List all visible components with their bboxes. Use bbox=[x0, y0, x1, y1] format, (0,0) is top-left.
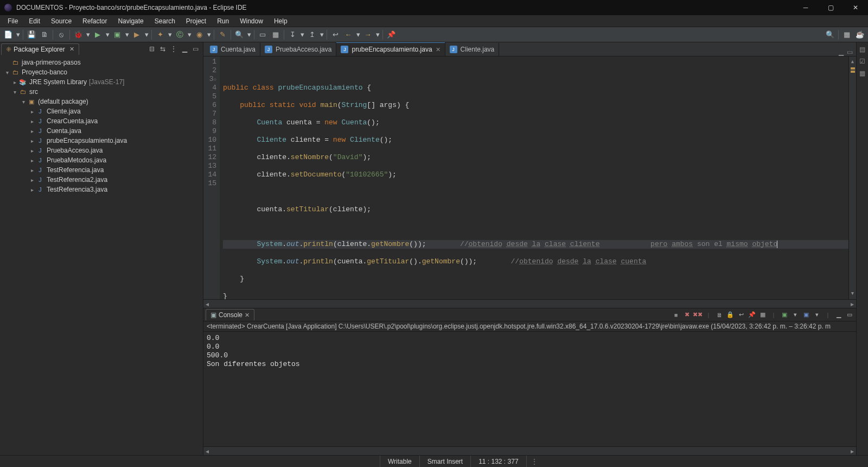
file-pruebaacceso[interactable]: ▸ J PruebaAcceso.java bbox=[0, 146, 203, 155]
menu-search[interactable]: Search bbox=[149, 16, 181, 26]
scroll-down-icon[interactable]: ▾ bbox=[851, 289, 855, 298]
tab-prubeencapsulamiento[interactable]: J prubeEncapsulamiento.java ✕ bbox=[336, 42, 445, 56]
file-testreferencia3[interactable]: ▸ J TestReferencia3.java bbox=[0, 185, 203, 194]
coverage-icon[interactable]: ▣ bbox=[111, 29, 123, 41]
java-perspective-icon[interactable]: ☕ bbox=[854, 29, 866, 41]
menu-run[interactable]: Run bbox=[212, 16, 234, 26]
last-edit-icon[interactable]: ↩ bbox=[329, 29, 341, 41]
minimize-editor-icon[interactable]: ▁ bbox=[839, 48, 844, 56]
chevron-down-icon[interactable]: ▾ bbox=[791, 311, 800, 319]
new-class-icon[interactable]: Ⓒ bbox=[174, 29, 186, 41]
link-editor-icon[interactable]: ⇆ bbox=[158, 45, 167, 53]
file-prubeencapsulamiento[interactable]: ▸ J prubeEncapsulamiento.java bbox=[0, 136, 203, 146]
chevron-down-icon[interactable]: ▾ bbox=[124, 29, 130, 41]
scroll-lock-icon[interactable]: 🔒 bbox=[726, 311, 735, 319]
word-wrap-icon[interactable]: ↩ bbox=[737, 311, 745, 319]
chevron-down-icon[interactable]: ▾ bbox=[813, 311, 821, 319]
new-type-icon[interactable]: ◉ bbox=[193, 29, 205, 41]
chevron-down-icon[interactable]: ▾ bbox=[375, 29, 380, 41]
pin-editor-icon[interactable]: 📌 bbox=[385, 29, 397, 41]
maximize-button[interactable]: ▢ bbox=[818, 0, 843, 15]
chevron-down-icon[interactable]: ▾ bbox=[355, 29, 361, 41]
search-icon[interactable]: 🔍 bbox=[233, 29, 245, 41]
next-annotation-icon[interactable]: ↧ bbox=[286, 29, 298, 41]
chevron-down-icon[interactable]: ▾ bbox=[85, 29, 91, 41]
tab-cliente[interactable]: J Cliente.java bbox=[445, 43, 500, 56]
menu-source[interactable]: Source bbox=[46, 16, 77, 26]
remove-all-icon[interactable]: ✖✖ bbox=[693, 311, 702, 319]
file-testreferencia[interactable]: ▸ J TestReferencia.java bbox=[0, 165, 203, 175]
chevron-down-icon[interactable]: ▾ bbox=[15, 29, 21, 41]
other-view-icon[interactable]: ▦ bbox=[859, 70, 865, 77]
close-icon[interactable]: ✕ bbox=[69, 46, 74, 53]
chevron-down-icon[interactable]: ▾ bbox=[144, 29, 149, 41]
chevron-down-icon[interactable]: ▾ bbox=[206, 29, 212, 41]
jre-system-library[interactable]: ▸ 📚 JRE System Library [JavaSE-17] bbox=[0, 77, 203, 87]
chevron-down-icon[interactable]: ▾ bbox=[246, 29, 252, 41]
forward-icon[interactable]: → bbox=[362, 29, 374, 41]
maximize-view-icon[interactable]: ▭ bbox=[845, 311, 854, 319]
warning-marker[interactable] bbox=[851, 71, 855, 73]
scroll-right-icon[interactable]: ▸ bbox=[851, 447, 854, 455]
editor-horizontal-scrollbar[interactable]: ◂ ▸ bbox=[203, 299, 856, 308]
scroll-left-icon[interactable]: ◂ bbox=[206, 300, 209, 308]
minimize-button[interactable]: ─ bbox=[793, 0, 818, 15]
new-icon[interactable]: 📄 bbox=[2, 29, 14, 41]
tab-cuenta[interactable]: J Cuenta.java bbox=[206, 43, 260, 56]
skip-breakpoints-icon[interactable]: ⦸ bbox=[55, 29, 67, 41]
warning-marker[interactable] bbox=[851, 67, 855, 70]
view-menu-icon[interactable]: ⋮ bbox=[169, 45, 178, 53]
quick-access-icon[interactable]: 🔍 bbox=[824, 29, 836, 41]
clear-console-icon[interactable]: 🗎 bbox=[715, 311, 724, 319]
menu-edit[interactable]: Edit bbox=[23, 16, 46, 26]
prev-annotation-icon[interactable]: ↥ bbox=[306, 29, 318, 41]
chevron-down-icon[interactable]: ▾ bbox=[319, 29, 324, 41]
display-selected-icon[interactable]: ▦ bbox=[758, 311, 767, 319]
chevron-down-icon[interactable]: ▾ bbox=[167, 29, 173, 41]
chevron-down-icon[interactable]: ▾ bbox=[299, 29, 305, 41]
remove-launch-icon[interactable]: ✖ bbox=[682, 311, 691, 319]
open-type-icon[interactable]: ✎ bbox=[216, 29, 228, 41]
editor-body[interactable]: 123⊖ 4567 891011 12131415 public class p… bbox=[203, 56, 856, 299]
file-cliente[interactable]: ▸ J Cliente.java bbox=[0, 106, 203, 116]
close-icon[interactable]: ✕ bbox=[436, 46, 441, 53]
minimize-view-icon[interactable]: ▁ bbox=[834, 311, 843, 319]
menu-navigate[interactable]: Navigate bbox=[112, 16, 149, 26]
file-cuenta[interactable]: ▸ J Cuenta.java bbox=[0, 126, 203, 136]
file-pruebametodos[interactable]: ▸ J PruebaMetodos.java bbox=[0, 155, 203, 165]
new-package-icon[interactable]: ✦ bbox=[154, 29, 166, 41]
save-all-icon[interactable]: 🗎 bbox=[39, 29, 50, 41]
tab-pruebaacceso[interactable]: J PruebaAcceso.java bbox=[260, 43, 336, 56]
maximize-editor-icon[interactable]: ▭ bbox=[847, 48, 853, 56]
console-tab[interactable]: ▣ Console ✕ bbox=[206, 309, 254, 320]
menu-refactor[interactable]: Refactor bbox=[77, 16, 112, 26]
back-icon[interactable]: ← bbox=[342, 29, 354, 41]
project-proyecto-banco[interactable]: ▾ 🗀 Proyecto-banco bbox=[0, 67, 203, 77]
toggle-mark-icon[interactable]: ▭ bbox=[257, 29, 269, 41]
file-crearcuenta[interactable]: ▸ J CrearCuenta.java bbox=[0, 116, 203, 126]
open-console-icon[interactable]: ▣ bbox=[780, 311, 789, 319]
overview-ruler[interactable]: ▴ ▾ bbox=[848, 56, 856, 299]
file-testreferencia2[interactable]: ▸ J TestReferencia2.java bbox=[0, 175, 203, 185]
scroll-left-icon[interactable]: ◂ bbox=[206, 447, 209, 455]
pin-console-icon[interactable]: 📌 bbox=[748, 311, 756, 319]
project-java-primeros[interactable]: 🗀 java-primeros-pasos bbox=[0, 58, 203, 67]
menu-window[interactable]: Window bbox=[234, 16, 269, 26]
outline-view-icon[interactable]: ▤ bbox=[859, 46, 865, 53]
package-explorer-tab[interactable]: ⁜ Package Explorer ✕ bbox=[1, 43, 79, 55]
toggle-block-icon[interactable]: ▦ bbox=[270, 29, 282, 41]
maximize-view-icon[interactable]: ▭ bbox=[191, 45, 200, 53]
run-last-icon[interactable]: ▶ bbox=[131, 29, 143, 41]
menu-help[interactable]: Help bbox=[269, 16, 293, 26]
open-perspective-icon[interactable]: ▦ bbox=[841, 29, 853, 41]
collapse-all-icon[interactable]: ⊟ bbox=[148, 45, 156, 53]
scroll-right-icon[interactable]: ▸ bbox=[851, 300, 854, 308]
code-content[interactable]: public class prubeEncapsulamiento { publ… bbox=[220, 56, 848, 299]
close-button[interactable]: ✕ bbox=[843, 0, 868, 15]
menu-file[interactable]: File bbox=[2, 16, 23, 26]
status-menu-icon[interactable]: ⋮ bbox=[526, 456, 542, 467]
default-package[interactable]: ▾ ▣ (default package) bbox=[0, 97, 203, 106]
run-icon[interactable]: ▶ bbox=[92, 29, 104, 41]
chevron-down-icon[interactable]: ▾ bbox=[105, 29, 110, 41]
close-icon[interactable]: ✕ bbox=[245, 312, 250, 319]
